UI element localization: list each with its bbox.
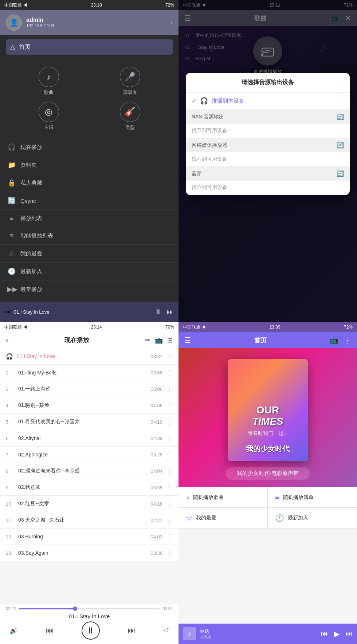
p4-prev-icon[interactable]: ⏮	[321, 629, 328, 638]
home-icon: △	[10, 43, 15, 51]
np-song-item-2[interactable]: 2. 01.Ring My Bells 03:56 ⋮	[0, 365, 178, 381]
songs-category[interactable]: ♪ 歌曲	[11, 67, 86, 96]
albums-category[interactable]: ◎ 专辑	[11, 102, 86, 131]
more-icon-4[interactable]: ⋮	[166, 401, 173, 409]
np-song-item-4[interactable]: 4. 01.吻别--蔡琴 04:06 ⋮	[0, 397, 178, 414]
more-icon-11[interactable]: ⋮	[166, 516, 173, 524]
np-song-item-10[interactable]: 10. 02.红豆--文章 04:18 ⋮	[0, 496, 178, 512]
np-song-item-13[interactable]: 13. 03.Say Again 03:36 ⋮	[0, 545, 178, 561]
edit-icon[interactable]: ✏	[145, 336, 150, 344]
sidebar-item-smart-playlist[interactable]: ≡ 智能播放列表	[0, 227, 178, 245]
shuffle-songs-button[interactable]: ♪ 随机播放歌曲	[178, 487, 268, 508]
playbar-p1: ⏮ 01.I Stay In Love ⏸ ⏭	[0, 302, 178, 322]
np-song-name-11: 03 天空之城--久石让	[18, 517, 147, 523]
p1-prev-icon[interactable]: ⏮	[4, 309, 10, 315]
genres-category[interactable]: 🎸 类型	[92, 102, 168, 131]
battery-p4: 72%	[344, 325, 353, 330]
shuffle-playlist-button[interactable]: ≡ 随机播放清单	[268, 487, 357, 508]
np-song-item-11[interactable]: 11. 03 天空之城--久石让 04:21 ⋮	[0, 512, 178, 529]
np-song-item-12[interactable]: 12. 03.Burning 04:02 ⋮	[0, 529, 178, 545]
p4-play-icon[interactable]: ▶	[334, 629, 340, 638]
more-icon-10[interactable]: ⋮	[166, 500, 173, 508]
np-song-item-6[interactable]: 6. 02.Altynai 04:38 ⋮	[0, 430, 178, 447]
songs-label: 歌曲	[44, 89, 54, 96]
user-header[interactable]: 👤 admin 192.168.2.109 ›	[0, 10, 178, 35]
sync-icon: 🔄	[7, 197, 16, 205]
next-button[interactable]: ⏭	[128, 626, 136, 635]
album-section: OURTiMES 青春时我们一起... 我的少女时代 我的少女时代-电影原声带	[178, 348, 357, 487]
albums-icon: ◎	[39, 102, 59, 122]
album-cover[interactable]: OURTiMES 青春时我们一起... 我的少女时代	[228, 359, 308, 461]
more-icon-13[interactable]: ⋮	[166, 549, 173, 557]
hamburger-icon[interactable]: ☰	[184, 336, 191, 345]
more-icon-3[interactable]: ⋮	[166, 385, 173, 393]
repeat-icon[interactable]: ↺	[164, 627, 169, 635]
cast-icon-p4[interactable]: 📺	[330, 336, 339, 345]
smart-playlist-icon: ≡	[7, 232, 16, 240]
back-button[interactable]: ‹	[6, 335, 8, 345]
p4-title: 首页	[195, 336, 326, 345]
favorites-label: 我的最爱	[20, 250, 42, 257]
np-num-12: 12.	[6, 534, 15, 539]
music-icon: ♪	[186, 493, 189, 502]
bluetooth-no-device: 找不到可用设备	[186, 181, 350, 195]
np-song-item-8[interactable]: 8. 02.漂洋过海来看你--李宗盛 04:04 ⋮	[0, 463, 178, 479]
more-icon-5[interactable]: ⋮	[166, 418, 173, 426]
grid-icon[interactable]: ⊞	[167, 336, 173, 344]
volume-icon[interactable]: 🔊	[9, 627, 17, 635]
more-icon-6[interactable]: ⋮	[166, 434, 173, 442]
more-icon-2[interactable]: ⋮	[166, 369, 173, 377]
sidebar-item-qsync[interactable]: 🔄 Qsync	[0, 192, 178, 210]
network-refresh-icon[interactable]: 🔄	[337, 142, 344, 149]
favorites-button[interactable]: ☆ 我的最爱	[178, 508, 268, 529]
category-grid: ♪ 歌曲 🎤 演唱者 ◎ 专辑 🎸 类型	[0, 59, 178, 138]
sidebar-item-favorites[interactable]: ☆ 我的最爱	[0, 245, 178, 263]
progress-section: 02:22 03:31	[6, 606, 173, 611]
p1-pause-icon[interactable]: ⏸	[154, 308, 162, 316]
more-icon-7[interactable]: ⋮	[166, 451, 173, 459]
p4-next-icon[interactable]: ⏭	[345, 629, 353, 638]
qsync-label: Qsync	[20, 198, 36, 204]
sidebar-item-folder[interactable]: 📁 资料夹	[0, 156, 178, 174]
np-song-item-3[interactable]: 3. 01.一路上有你 05:06 ⋮	[0, 381, 178, 397]
sidebar-item-playlist[interactable]: ≡ 播放列表	[0, 210, 178, 227]
cast-icon-p3[interactable]: 📺	[155, 336, 163, 344]
prev-button[interactable]: ⏮	[46, 626, 54, 635]
sidebar-item-private[interactable]: 🔒 私人典藏	[0, 174, 178, 192]
more-icon-12[interactable]: ⋮	[166, 533, 173, 541]
home-menu-item[interactable]: △ 首页	[6, 39, 173, 55]
more-icon-1[interactable]: ⋮	[166, 352, 173, 360]
p4-album-thumbnail: ♪	[183, 627, 196, 640]
recent-button[interactable]: 🕐 最新加入	[268, 508, 357, 529]
np-song-item-7[interactable]: 7. 02.Apologize 03:28 ⋮	[0, 447, 178, 463]
pause-button[interactable]: ⏸	[82, 621, 100, 640]
np-duration-8: 04:04	[150, 468, 162, 474]
sidebar-item-nowplaying[interactable]: 🎧 现在播放	[0, 138, 178, 156]
more-icon-8[interactable]: ⋮	[166, 467, 173, 475]
now-playing-list: 🎧 01.I Stay In Love 03:31 ⋮ 2. 01.Ring M…	[0, 348, 178, 604]
sidebar-item-recent[interactable]: 🕐 最新加入	[0, 263, 178, 280]
sidebar-item-most-played[interactable]: ▶▶ 最常播放	[0, 280, 178, 298]
bluetooth-refresh-icon[interactable]: 🔄	[337, 170, 344, 177]
favorite-icon: ☆	[186, 514, 192, 522]
more-icon-9[interactable]: ⋮	[166, 483, 173, 491]
artists-category[interactable]: 🎤 演唱者	[92, 67, 168, 96]
p1-next-icon[interactable]: ⏭	[167, 308, 174, 316]
np-song-item-1[interactable]: 🎧 01.I Stay In Love 03:31 ⋮	[0, 348, 178, 365]
progress-bar[interactable]	[19, 608, 160, 609]
time-p3: 23:14	[91, 325, 102, 330]
folder-icon: 📁	[7, 161, 16, 169]
option-push-to-device[interactable]: ✓ 🎧 推播到本设备	[186, 93, 350, 110]
player-song-title: 01.I Stay In Love	[6, 613, 173, 619]
np-song-item-5[interactable]: 5. 01.月亮代表我的心--张国荣 04:10 ⋮	[0, 414, 178, 430]
np-song-name-10: 02.红豆--文章	[18, 500, 147, 507]
folder-label: 资料夹	[20, 162, 37, 169]
network-label: 网络媒体播放器	[192, 142, 227, 149]
bluetooth-label: 蓝芽	[192, 170, 202, 177]
nas-refresh-icon[interactable]: 🔄	[337, 113, 344, 120]
total-time: 03:31	[162, 606, 173, 611]
p3-navbar: ‹ 现在播放 ✏ 📺 ⊞	[0, 332, 178, 348]
more-icon-p4[interactable]: ⋮	[344, 336, 351, 345]
artists-label: 演唱者	[123, 89, 137, 96]
np-song-item-9[interactable]: 9. 02.秋意浓 06:39 ⋮	[0, 479, 178, 496]
